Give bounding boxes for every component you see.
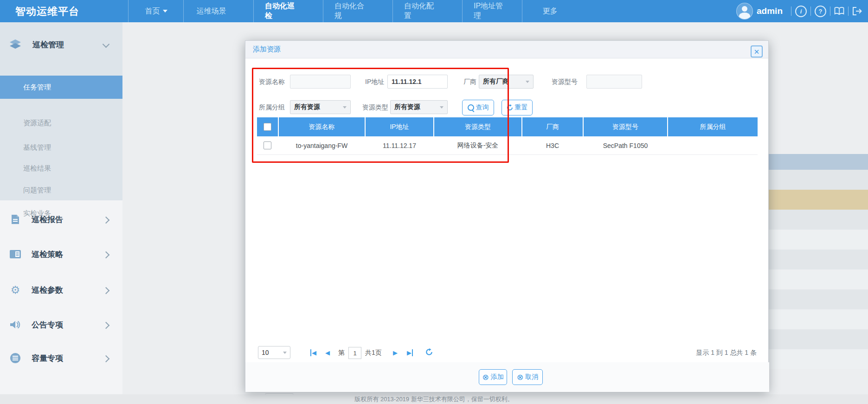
modal-cell: 网络设备-安全	[434, 136, 521, 154]
nav-item-更多[interactable]: 更多	[522, 0, 578, 22]
resource-name-input[interactable]	[290, 75, 351, 89]
divider	[791, 6, 791, 16]
nav-item-label: 自动化巡检	[265, 1, 298, 21]
sidebar-group-inspection-mgmt[interactable]: 巡检管理	[0, 30, 122, 59]
chevron-right-icon	[103, 287, 110, 295]
modal-col-header: 资源名称	[279, 117, 365, 136]
modal-col-header: 厂商	[522, 117, 583, 136]
sidebar-item-资源适配[interactable]: 资源适配	[0, 111, 122, 135]
user-name[interactable]: admin	[757, 6, 783, 16]
model-label: 资源型号	[552, 78, 578, 86]
refresh-icon[interactable]	[425, 348, 433, 356]
nav-item-自动化配置[interactable]: 自动化配置	[392, 0, 448, 22]
layers-icon	[9, 38, 21, 51]
chevron-down-icon	[103, 41, 110, 48]
select-all-checkbox[interactable]	[264, 123, 271, 131]
nav-item-label: 自动化配置	[404, 1, 437, 21]
nav-item-运维场景[interactable]: 运维场景	[183, 0, 239, 22]
modal-col-header: IP地址	[366, 117, 433, 136]
total-pages: 共1页	[365, 349, 382, 357]
sidebar-section-巡检报告[interactable]: 巡检报告	[0, 205, 122, 234]
nav-item-自动化巡检[interactable]: 自动化巡检	[253, 0, 309, 22]
modal-page-size-select[interactable]: 10	[258, 346, 290, 359]
sidebar-section-label: 巡检报告	[32, 214, 63, 225]
capacity-icon	[9, 352, 21, 364]
modal-footer: ⊗ 添加 ⊗ 取消	[245, 362, 769, 392]
vendor-select[interactable]: 所有厂商	[479, 75, 534, 89]
prev-page-icon[interactable]: ◀	[325, 349, 330, 356]
announce-icon	[9, 319, 21, 331]
add-button[interactable]: ⊗ 添加	[479, 369, 507, 385]
vendor-label: 厂商	[463, 78, 476, 86]
next-page-icon[interactable]: ▶	[393, 349, 398, 356]
modal-result-summary: 显示 1 到 1 总共 1 条	[696, 349, 757, 357]
report-icon	[9, 213, 21, 225]
chevron-down-icon	[283, 352, 287, 354]
circle-x-icon: ⊗	[517, 373, 523, 381]
nav-user-area: admin i ?	[736, 0, 862, 22]
caret-down-icon	[163, 10, 167, 13]
sidebar-item-label: 巡检结果	[23, 164, 51, 173]
modal-page-input[interactable]: 1	[348, 347, 361, 359]
sidebar-item-巡检结果[interactable]: 巡检结果	[0, 157, 122, 180]
type-select[interactable]: 所有资源	[390, 100, 448, 114]
sidebar-section-公告专项[interactable]: 公告专项	[0, 310, 122, 340]
search-button[interactable]: 查询	[462, 100, 494, 115]
modal-cell: 11.11.12.17	[366, 136, 433, 154]
sidebar-group-label: 巡检管理	[32, 39, 64, 50]
type-label: 资源类型	[362, 103, 388, 112]
sidebar-item-label: 资源适配	[23, 119, 51, 128]
sidebar-item-问题管理[interactable]: 问题管理	[0, 179, 122, 202]
reset-button[interactable]: 重置	[502, 100, 533, 115]
sidebar-section-巡检策略[interactable]: 巡检策略	[0, 239, 122, 269]
sidebar-item-任务管理[interactable]: 任务管理	[0, 76, 122, 99]
nav-item-label: 更多	[543, 6, 558, 16]
modal-table-row: to-yantaigang-FW11.11.12.17网络设备-安全H3CSec…	[257, 136, 758, 155]
row-checkbox[interactable]	[264, 141, 271, 149]
sidebar-section-label: 公告专项	[32, 320, 63, 330]
ip-label: IP地址	[365, 78, 384, 86]
cancel-button[interactable]: ⊗ 取消	[512, 369, 543, 385]
last-page-icon[interactable]: ▶	[407, 349, 413, 356]
chevron-down-icon	[526, 81, 529, 83]
ip-input[interactable]	[387, 75, 448, 89]
divider	[848, 6, 849, 16]
sidebar-section-label: 巡检策略	[32, 249, 63, 260]
resource-name-label: 资源名称	[259, 78, 285, 86]
chevron-down-icon	[440, 106, 444, 109]
info-icon[interactable]: i	[795, 6, 807, 17]
nav-item-首页[interactable]: 首页	[128, 0, 184, 22]
reset-icon	[507, 104, 513, 111]
close-icon[interactable]: ✕	[751, 45, 763, 58]
model-input[interactable]	[586, 75, 642, 89]
first-page-icon[interactable]: ◀	[310, 349, 316, 356]
sidebar-section-容量专项[interactable]: 容量专项	[0, 343, 122, 373]
modal-cell: H3C	[522, 136, 583, 154]
chevron-right-icon	[103, 251, 110, 259]
user-avatar-icon[interactable]	[736, 3, 753, 19]
modal-col-header: 资源型号	[584, 117, 667, 136]
app-brand: 智动运维平台	[15, 5, 79, 19]
divider	[810, 6, 811, 16]
modal-col-header: 所属分组	[668, 117, 758, 136]
nav-item-label: 运维场景	[197, 6, 226, 16]
logout-icon[interactable]	[852, 6, 862, 16]
page-prefix: 第	[338, 349, 345, 357]
sidebar-section-label: 容量专项	[32, 353, 63, 364]
group-label: 所属分组	[259, 103, 285, 112]
chevron-right-icon	[103, 217, 110, 224]
manual-book-icon[interactable]	[834, 7, 844, 15]
sidebar-section-巡检参数[interactable]: ⚙巡检参数	[0, 275, 122, 305]
chevron-right-icon	[103, 322, 110, 329]
sidebar-section-label: 巡检参数	[32, 285, 63, 295]
row-select-cell	[257, 136, 278, 154]
modal-title: 添加资源	[253, 45, 281, 54]
help-icon[interactable]: ?	[815, 6, 826, 17]
modal-table-header: 资源名称IP地址资源类型厂商资源型号所属分组	[257, 117, 758, 136]
circle-x-icon: ⊗	[482, 373, 489, 381]
sidebar-item-基线管理[interactable]: 基线管理	[0, 136, 122, 159]
nav-item-IP地址管理[interactable]: IP地址管理	[462, 0, 518, 22]
nav-item-label: 首页	[145, 6, 160, 16]
nav-item-自动化合规[interactable]: 自动化合规	[323, 0, 379, 22]
group-select[interactable]: 所有资源	[290, 100, 351, 114]
